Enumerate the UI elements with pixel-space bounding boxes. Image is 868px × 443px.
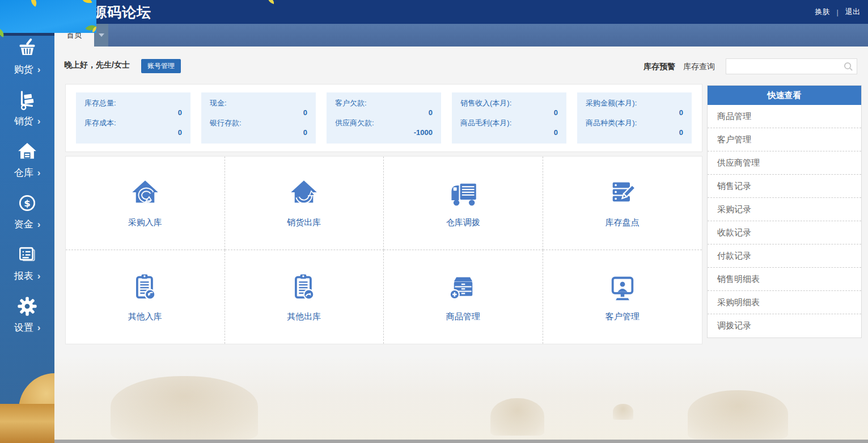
quick-view-item-payment-records[interactable]: 付款记录	[708, 244, 861, 268]
hay-bale	[490, 398, 544, 436]
hay-bale	[111, 376, 258, 440]
sidebar-item-funds[interactable]: $ 资金 ›	[0, 185, 54, 237]
stat-label: 商品毛利(本月):	[460, 119, 558, 128]
product-cabinet-icon	[448, 272, 478, 302]
change-skin-link[interactable]: 换肤	[815, 7, 830, 17]
shortcut-label: 采购入库	[128, 217, 162, 228]
stat-value: 0	[586, 108, 683, 117]
shortcut-label: 其他入库	[128, 311, 162, 322]
stat-value: 0	[210, 128, 307, 137]
quick-view-item-products[interactable]: 商品管理	[708, 105, 861, 128]
search-input[interactable]	[726, 59, 857, 74]
stat-label: 库存成本:	[84, 119, 182, 128]
stocktake-icon	[608, 178, 637, 208]
sidebar-item-sales[interactable]: 销货 ›	[0, 82, 54, 134]
shortcut-label: 其他出库	[287, 311, 321, 322]
report-icon	[16, 244, 38, 265]
stat-label: 供应商欠款:	[335, 119, 433, 128]
shortcut-label: 销货出库	[287, 217, 321, 228]
search-icon	[843, 61, 854, 72]
warehouse-icon	[16, 141, 38, 162]
logo-overlay	[0, 0, 96, 33]
stock-warning-link[interactable]: 库存预警	[643, 62, 675, 72]
clipboard-out-icon	[289, 272, 319, 302]
basket-icon	[16, 37, 38, 59]
search-box	[726, 58, 857, 74]
quick-view-item-sales-records[interactable]: 销售记录	[708, 175, 861, 198]
stats-panel: 库存总量: 0 库存成本: 0 现金: 0 银行存款: 0 客户欠款: 0 供应…	[65, 84, 702, 152]
shortcut-other-outbound[interactable]: 其他出库	[225, 250, 384, 344]
quick-view-item-receipt-records[interactable]: 收款记录	[708, 221, 861, 244]
shortcut-other-inbound[interactable]: 其他入库	[66, 250, 225, 344]
chevron-right-icon: ›	[37, 271, 41, 281]
stat-card-sales-month: 销售收入(本月): 0 商品毛利(本月): 0	[452, 92, 566, 144]
trolley-icon	[16, 89, 38, 111]
sidebar-item-reports[interactable]: 报表 ›	[0, 237, 54, 289]
sidebar-item-label: 购货	[14, 63, 33, 76]
stat-label: 现金:	[210, 99, 307, 108]
stat-label: 客户欠款:	[335, 99, 433, 108]
stat-label: 商品种类(本月):	[586, 119, 683, 128]
stat-value: 0	[586, 128, 683, 137]
shortcut-sales-outbound[interactable]: 销货出库	[225, 157, 384, 250]
account-manage-button[interactable]: 账号管理	[141, 59, 181, 73]
quick-view-title: 快速查看	[708, 86, 861, 105]
shortcut-label: 仓库调拨	[446, 217, 480, 228]
shortcut-label: 库存盘点	[606, 217, 640, 228]
shortcut-label: 商品管理	[446, 311, 480, 322]
shortcut-stocktake[interactable]: 库存盘点	[543, 157, 702, 250]
sidebar-item-label: 销货	[14, 115, 33, 128]
stat-label: 银行存款:	[210, 119, 307, 128]
shortcut-customer-management[interactable]: 客户管理	[543, 250, 702, 344]
clipboard-in-icon	[130, 272, 160, 302]
quick-view-item-customers[interactable]: 客户管理	[708, 128, 861, 151]
app-header: 源码论坛 换肤 | 退出	[0, 0, 868, 24]
customer-monitor-icon	[608, 272, 637, 302]
chevron-right-icon: ›	[37, 323, 41, 332]
shortcut-purchase-inbound[interactable]: 采购入库	[66, 157, 225, 250]
quick-view-item-transfer-records[interactable]: 调拨记录	[708, 314, 861, 337]
hay-bale	[613, 404, 633, 420]
quick-view-item-purchase-detail[interactable]: 采购明细表	[708, 291, 861, 314]
stat-value: 0	[84, 128, 182, 137]
stat-label: 销售收入(本月):	[460, 99, 558, 108]
hay-bale	[688, 390, 788, 439]
sidebar-item-settings[interactable]: 设置 ›	[0, 289, 54, 340]
stat-card-receivables: 客户欠款: 0 供应商欠款: -1000	[327, 92, 441, 144]
stat-value: 0	[460, 128, 558, 137]
svg-text:$: $	[24, 197, 31, 208]
house-arrow-in-icon	[130, 178, 160, 208]
stat-value: 0	[335, 108, 433, 117]
greeting-text: 晚上好，先生/女士	[64, 60, 130, 70]
background-hay-photo	[54, 357, 868, 443]
stat-card-inventory: 库存总量: 0 库存成本: 0	[76, 92, 190, 144]
photo-bottom-strip	[54, 440, 868, 443]
tab-bar: 首页	[54, 24, 868, 47]
stat-value: -1000	[335, 128, 433, 137]
stat-label: 库存总量:	[84, 99, 182, 108]
hay-ground	[0, 404, 54, 443]
sidebar-item-label: 仓库	[14, 166, 33, 179]
shortcut-grid: 采购入库 销货出库	[65, 156, 702, 344]
chevron-right-icon: ›	[37, 116, 41, 126]
sidebar-item-purchase[interactable]: 购货 ›	[0, 31, 54, 82]
sidebar-item-label: 设置	[14, 321, 33, 334]
chevron-down-icon	[99, 33, 104, 37]
chevron-right-icon: ›	[37, 220, 41, 229]
sidebar: 购货 › 销货 ›	[0, 24, 54, 404]
sidebar-item-warehouse[interactable]: 仓库 ›	[0, 134, 54, 185]
stat-value: 0	[84, 108, 182, 117]
quick-view-panel: 快速查看 商品管理 客户管理 供应商管理 销售记录 采购记录 收款记录 付款记录…	[707, 85, 862, 338]
shortcut-warehouse-transfer[interactable]: 仓库调拨	[384, 157, 543, 250]
quick-view-item-purchase-records[interactable]: 采购记录	[708, 198, 861, 221]
chevron-right-icon: ›	[37, 168, 41, 178]
stock-query-link[interactable]: 库存查询	[683, 62, 715, 72]
chevron-right-icon: ›	[37, 65, 41, 74]
header-divider: |	[837, 8, 839, 16]
quick-view-item-sales-detail[interactable]: 销售明细表	[708, 268, 861, 291]
shortcut-product-management[interactable]: 商品管理	[384, 250, 543, 344]
stat-card-purchase-month: 采购金额(本月): 0 商品种类(本月): 0	[577, 92, 692, 144]
quick-view-item-suppliers[interactable]: 供应商管理	[708, 151, 861, 175]
app-title: 源码论坛	[92, 3, 151, 22]
logout-link[interactable]: 退出	[845, 7, 860, 17]
